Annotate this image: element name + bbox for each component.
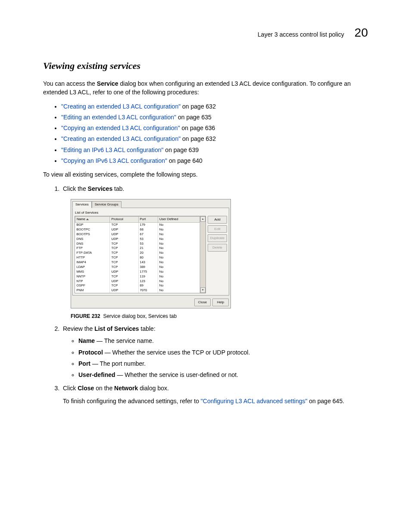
- table-cell: 389: [138, 265, 158, 270]
- scroll-down-icon[interactable]: ▾: [200, 287, 206, 293]
- intro-paragraph: You can access the Service dialog box wh…: [43, 79, 368, 97]
- section-title: Viewing existing services: [43, 60, 368, 72]
- table-cell: UDP: [110, 288, 138, 293]
- table-cell: No: [158, 270, 199, 274]
- table-cell: TCP: [110, 251, 138, 255]
- table-row[interactable]: FTP-DATATCP20No: [75, 251, 200, 255]
- list-item: "Editing an extended L3 ACL configuratio…: [61, 113, 368, 121]
- table-cell: BOOTPS: [75, 232, 110, 237]
- scroll-up-icon[interactable]: ▴: [200, 216, 206, 222]
- edit-button[interactable]: Edit: [208, 225, 227, 233]
- table-row[interactable]: DNSTCP53No: [75, 242, 200, 246]
- table-cell: 53: [138, 237, 158, 242]
- col-name[interactable]: Name: [75, 217, 110, 223]
- table-row[interactable]: BOOTPSUDP67No: [75, 232, 200, 237]
- text: Click the: [63, 185, 88, 192]
- text: on page 632: [181, 103, 216, 110]
- table-cell: FTP-DATA: [75, 251, 110, 255]
- table-cell: PNM: [75, 288, 110, 293]
- table-cell: MMS: [75, 270, 110, 274]
- help-button[interactable]: Help: [212, 299, 229, 306]
- table-row[interactable]: BGPTCP179No: [75, 223, 200, 227]
- field-descriptions: Name — The service name. Protocol — Whet…: [63, 336, 368, 379]
- tab-service-groups[interactable]: Service Groups: [92, 201, 121, 208]
- text: To finish configuring the advanced setti…: [63, 398, 201, 404]
- table-row[interactable]: PNMUDP7070No: [75, 288, 200, 293]
- steps-list: Click the Services tab. Services Service…: [43, 184, 368, 406]
- xref-link[interactable]: "Editing an IPv6 L3 ACL configuration": [61, 146, 163, 153]
- table-row[interactable]: MMSUDP1775No: [75, 270, 200, 274]
- table-row[interactable]: FTPTCP21No: [75, 246, 200, 251]
- xref-link[interactable]: "Creating an extended L3 ACL configurati…: [61, 103, 181, 110]
- text: Name: [77, 217, 85, 221]
- table-cell: TCP: [110, 260, 138, 265]
- table-cell: No: [158, 279, 199, 284]
- list-item: "Creating an extended L3 ACL configurati…: [61, 134, 368, 143]
- text: dialog box.: [138, 385, 169, 392]
- table-cell: No: [158, 255, 199, 260]
- table-row[interactable]: NTPUDP123No: [75, 279, 200, 284]
- table-cell: 53: [138, 242, 158, 246]
- table-cell: 80: [138, 255, 158, 260]
- services-table: Name Protocol Port User Defined BGPTCP17…: [75, 216, 200, 293]
- table-cell: UDP: [110, 237, 138, 242]
- table-cell: 21: [138, 246, 158, 251]
- table-row[interactable]: IMAP4TCP143No: [75, 260, 200, 265]
- page-header: Layer 3 access control list policy 20: [43, 26, 368, 40]
- close-button[interactable]: Close: [194, 299, 211, 306]
- text: on page 635: [176, 114, 212, 121]
- table-cell: 67: [138, 232, 158, 237]
- table-cell: DNS: [75, 237, 110, 242]
- text-bold: Service: [97, 80, 118, 87]
- text: on page 640: [167, 157, 202, 164]
- sort-asc-icon: [86, 218, 89, 220]
- add-button[interactable]: Add: [208, 216, 227, 224]
- table-cell: UDP: [110, 232, 138, 237]
- service-dialog: Services Service Groups List of Services…: [71, 199, 231, 308]
- text-bold: Protocol: [78, 349, 103, 356]
- text: on page 636: [180, 124, 215, 131]
- text: You can access the: [43, 80, 97, 87]
- tab-services[interactable]: Services: [72, 201, 92, 208]
- text: — The service name.: [95, 337, 154, 344]
- figure: Services Service Groups List of Services…: [71, 199, 368, 320]
- table-cell: TCP: [110, 246, 138, 251]
- text: — The port number.: [90, 360, 146, 367]
- figure-label: FIGURE 232: [71, 313, 100, 319]
- col-protocol[interactable]: Protocol: [110, 217, 138, 223]
- xref-link[interactable]: "Copying an IPv6 L3 ACL configuration": [61, 157, 167, 164]
- table-cell: No: [158, 227, 199, 232]
- scrollbar[interactable]: ▴ ▾: [200, 216, 206, 293]
- duplicate-button[interactable]: Duplicate: [208, 234, 227, 242]
- procedure-links-list: "Creating an extended L3 ACL configurati…: [43, 102, 368, 165]
- delete-button[interactable]: Delete: [208, 244, 227, 252]
- list-of-services-label: List of Services: [75, 210, 227, 215]
- xref-link[interactable]: "Configuring L3 ACL advanced settings": [201, 398, 308, 404]
- figure-caption: FIGURE 232 Service dialog box, Services …: [71, 313, 368, 320]
- table-row[interactable]: BOOTPCUDP68No: [75, 227, 200, 232]
- text: tab.: [112, 185, 124, 192]
- services-table-container: Name Protocol Port User Defined BGPTCP17…: [75, 216, 206, 293]
- xref-link[interactable]: "Editing an extended L3 ACL configuratio…: [61, 114, 176, 121]
- xref-link[interactable]: "Copying an extended L3 ACL configuratio…: [61, 124, 180, 131]
- table-cell: No: [158, 288, 199, 293]
- text-bold: List of Services: [94, 325, 139, 332]
- dialog-actions: Close Help: [71, 297, 230, 308]
- table-row[interactable]: NNTPTCP119No: [75, 274, 200, 279]
- xref-link[interactable]: "Creating an extended L3 ACL configurati…: [61, 135, 181, 142]
- tab-panel: List of Services Name Protocol Port: [72, 208, 229, 296]
- table-cell: No: [158, 237, 199, 242]
- table-row[interactable]: LDAPTCP389No: [75, 265, 200, 270]
- table-cell: LDAP: [75, 265, 110, 270]
- text: — Whether the service is user-defined or…: [115, 371, 239, 378]
- text: table:: [139, 325, 156, 332]
- lead-paragraph: To view all existing services, complete …: [43, 170, 368, 179]
- table-row[interactable]: HTTPTCP80No: [75, 255, 200, 260]
- table-cell: HTTP: [75, 255, 110, 260]
- col-port[interactable]: Port: [138, 217, 158, 223]
- list-item: "Editing an IPv6 L3 ACL configuration" o…: [61, 146, 368, 154]
- col-userdef[interactable]: User Defined: [158, 217, 199, 223]
- table-cell: No: [158, 283, 199, 288]
- table-row[interactable]: DNSUDP53No: [75, 237, 200, 242]
- table-row[interactable]: OSPFTCP89No: [75, 283, 200, 288]
